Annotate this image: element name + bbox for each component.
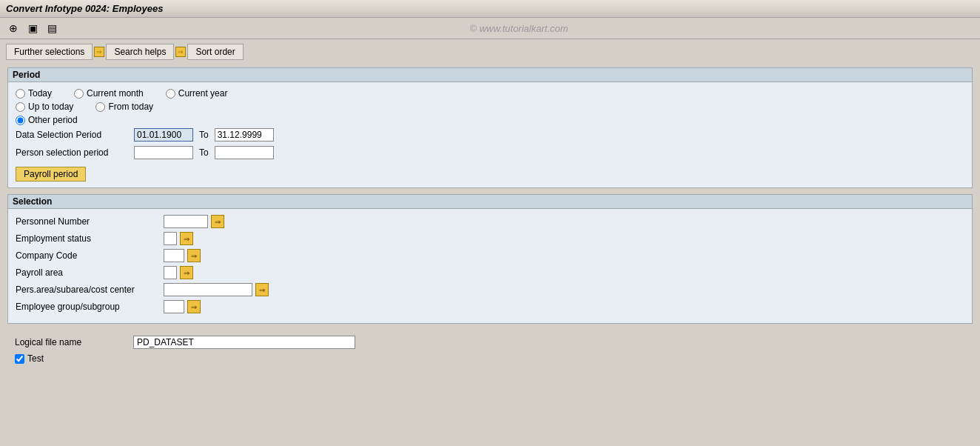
employment-status-label: Employment status (16, 233, 164, 244)
radio-current-year-input[interactable] (166, 89, 175, 99)
personnel-number-row: Personnel Number ⇒ (16, 215, 964, 228)
tab-bar: Further selections ⇒ Search helps ⇒ Sort… (0, 39, 980, 64)
radio-up-to-today[interactable]: Up to today (16, 101, 73, 112)
tab-further-selections[interactable]: Further selections (6, 44, 93, 60)
period-section: Period Today Current month Current year (7, 67, 973, 188)
employment-status-input[interactable] (164, 232, 177, 245)
radio-up-to-today-input[interactable] (16, 102, 25, 112)
company-code-input[interactable] (164, 249, 184, 262)
employee-group-label: Employee group/subgroup (16, 302, 164, 312)
test-row: Test (15, 353, 965, 364)
person-selection-to-input[interactable] (215, 146, 274, 159)
data-selection-label: Data Selection Period (16, 130, 134, 140)
page-title: Convert Infotype 0024: Employees (6, 3, 163, 14)
company-code-row: Company Code ⇒ (16, 249, 964, 262)
payroll-area-label: Payroll area (16, 267, 164, 278)
person-selection-row: Person selection period To (16, 146, 964, 159)
selection-section-header: Selection (8, 195, 972, 209)
payroll-period-button[interactable]: Payroll period (16, 167, 86, 182)
bottom-section: Logical file name Test (7, 330, 973, 370)
pers-area-arrow-icon[interactable]: ⇒ (255, 283, 269, 296)
further-selections-arrow-icon[interactable]: ⇒ (94, 47, 104, 57)
tab-search-helps-label: Search helps (114, 47, 166, 57)
data-selection-row: Data Selection Period To (16, 128, 964, 142)
radio-current-year[interactable]: Current year (166, 88, 228, 99)
logical-file-input[interactable] (133, 336, 355, 349)
selection-section-body: Personnel Number ⇒ Employment status ⇒ C… (8, 209, 972, 323)
radio-other-period-input[interactable] (16, 116, 25, 125)
tab-search-helps[interactable]: Search helps (106, 44, 174, 60)
employee-group-arrow-icon[interactable]: ⇒ (187, 300, 201, 313)
employee-group-row: Employee group/subgroup ⇒ (16, 300, 964, 313)
employee-group-input[interactable] (164, 300, 184, 313)
toolbar-icon-2[interactable]: ▣ (25, 21, 40, 36)
title-bar: Convert Infotype 0024: Employees (0, 0, 980, 18)
data-selection-from-input[interactable] (134, 128, 193, 142)
toolbar: ⊕ ▣ ▤ © www.tutorialkart.com (0, 18, 980, 39)
period-radio-row-2: Up to today From today (16, 101, 964, 112)
radio-today-input[interactable] (16, 89, 25, 99)
employment-status-row: Employment status ⇒ (16, 232, 964, 245)
payroll-area-arrow-icon[interactable]: ⇒ (180, 266, 193, 279)
radio-current-month-input[interactable] (74, 89, 84, 99)
radio-from-today-input[interactable] (95, 102, 105, 112)
payroll-area-row: Payroll area ⇒ (16, 266, 964, 279)
personnel-number-label: Personnel Number (16, 216, 164, 227)
selection-section: Selection Personnel Number ⇒ Employment … (7, 194, 973, 324)
radio-other-period[interactable]: Other period (16, 115, 78, 125)
personnel-number-input[interactable] (164, 215, 208, 228)
company-code-label: Company Code (16, 250, 164, 261)
period-radio-row-3: Other period (16, 115, 964, 125)
period-section-header: Period (8, 68, 972, 82)
main-content: Period Today Current month Current year (0, 64, 980, 373)
tab-sort-order[interactable]: Sort order (187, 44, 243, 60)
radio-today[interactable]: Today (16, 88, 52, 99)
tab-further-selections-label: Further selections (14, 47, 84, 57)
radio-current-month[interactable]: Current month (74, 88, 144, 99)
pers-area-row: Pers.area/subarea/cost center ⇒ (16, 283, 964, 296)
person-selection-label: Person selection period (16, 147, 134, 158)
watermark: © www.tutorialkart.com (64, 23, 974, 34)
employment-status-arrow-icon[interactable]: ⇒ (180, 232, 193, 245)
pers-area-label: Pers.area/subarea/cost center (16, 284, 164, 295)
data-selection-to-input[interactable] (215, 128, 274, 142)
toolbar-icon-3[interactable]: ▤ (44, 21, 59, 36)
logical-file-row: Logical file name (15, 336, 965, 349)
pers-area-input[interactable] (164, 283, 252, 296)
payroll-area-input[interactable] (164, 266, 177, 279)
toolbar-icon-1[interactable]: ⊕ (6, 21, 21, 36)
personnel-number-arrow-icon[interactable]: ⇒ (211, 215, 224, 228)
tab-sort-order-label: Sort order (195, 47, 235, 57)
data-selection-to-label: To (199, 130, 209, 140)
person-selection-from-input[interactable] (134, 146, 193, 159)
radio-from-today[interactable]: From today (95, 101, 153, 112)
logical-file-label: Logical file name (15, 337, 133, 347)
test-label: Test (27, 353, 44, 364)
company-code-arrow-icon[interactable]: ⇒ (187, 249, 201, 262)
test-checkbox[interactable] (15, 354, 24, 364)
person-selection-to-label: To (199, 147, 209, 158)
period-section-body: Today Current month Current year Up to t… (8, 82, 972, 187)
period-radio-row-1: Today Current month Current year (16, 88, 964, 99)
search-helps-arrow-icon[interactable]: ⇒ (175, 47, 186, 57)
